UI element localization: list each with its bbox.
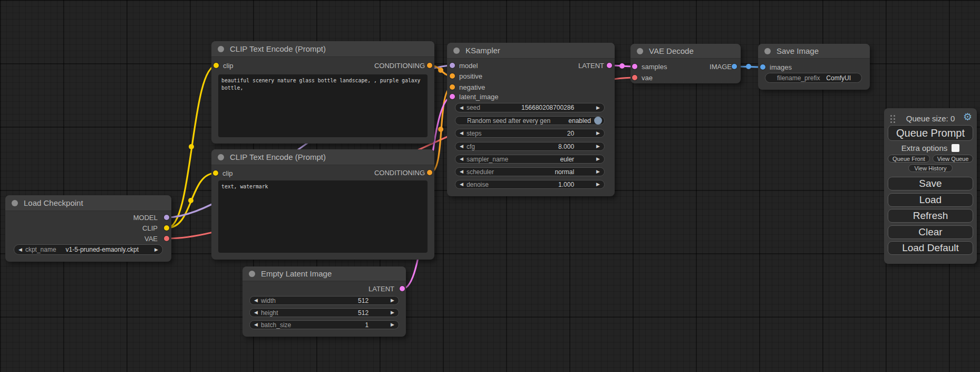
node-empty-latent-image[interactable]: Empty Latent Image LATENT ◀ width 512 ▶ … [242,266,406,337]
output-label-conditioning: CONDITIONING [374,169,425,177]
output-port-model[interactable] [164,215,169,220]
collapse-dot-icon[interactable] [218,154,224,160]
input-port-latent-image[interactable] [450,94,455,99]
prev-value-arrow-icon[interactable]: ◀ [254,298,258,303]
output-label-vae: VAE [144,235,158,243]
clear-button[interactable]: Clear [888,225,973,239]
output-port-latent[interactable] [607,63,612,68]
widget-scheduler[interactable]: ◀ scheduler normal ▶ [455,167,605,176]
input-port-clip[interactable] [213,170,218,176]
output-label-model: MODEL [133,214,158,222]
output-label-clip: CLIP [142,224,158,232]
next-value-arrow-icon[interactable]: ▶ [596,182,600,187]
next-value-arrow-icon[interactable]: ▶ [596,157,600,161]
node-clip-text-encode-positive[interactable]: CLIP Text Encode (Prompt) clip CONDITION… [211,41,434,144]
prev-value-arrow-icon[interactable]: ◀ [254,322,258,327]
widget-sampler-name[interactable]: ◀ sampler_name euler ▶ [455,155,605,164]
widget-width[interactable]: ◀ width 512 ▶ [249,296,399,305]
prev-value-arrow-icon[interactable]: ◀ [460,144,463,149]
view-history-button[interactable]: View History [908,164,953,172]
input-port-samples[interactable] [632,64,637,69]
collapse-dot-icon[interactable] [637,48,643,54]
graph-canvas[interactable]: Load Checkpoint MODEL CLIP VAE ◀ ckpt_na… [0,0,980,372]
prev-value-arrow-icon[interactable]: ◀ [18,247,22,252]
next-value-arrow-icon[interactable]: ▶ [596,169,600,174]
node-title-bar[interactable]: Save Image [758,44,870,59]
widget-filename-prefix[interactable]: filename_prefix ComfyUI [765,73,862,83]
collapse-dot-icon[interactable] [764,48,771,54]
input-port-model[interactable] [450,63,455,68]
input-port-clip[interactable] [214,63,219,68]
load-button[interactable]: Load [888,193,973,207]
next-value-arrow-icon[interactable]: ▶ [596,131,600,136]
input-label-samples: samples [642,63,667,71]
output-port-latent[interactable] [400,286,405,291]
output-port-conditioning[interactable] [427,63,432,68]
input-label-clip: clip [223,62,234,70]
next-value-arrow-icon[interactable]: ▶ [391,322,394,327]
settings-gear-icon[interactable]: ⚙ [963,112,972,122]
wire-midpoint-dot [189,144,194,149]
widget-height[interactable]: ◀ height 512 ▶ [249,308,399,317]
collapse-dot-icon[interactable] [249,271,255,277]
collapse-dot-icon[interactable] [218,46,224,52]
node-title-bar[interactable]: CLIP Text Encode (Prompt) [211,149,434,165]
view-queue-button[interactable]: View Queue [933,155,973,163]
widget-cfg[interactable]: ◀ cfg 8.000 ▶ [455,142,605,151]
load-default-button[interactable]: Load Default [888,241,973,255]
node-title-bar[interactable]: Empty Latent Image [242,266,406,281]
output-port-vae[interactable] [164,236,169,241]
toggle-enabled-icon[interactable] [594,117,602,125]
input-port-vae[interactable] [632,75,637,80]
widget-denoise[interactable]: ◀ denoise 1.000 ▶ [455,180,605,189]
extra-options-checkbox[interactable] [952,144,959,152]
node-title-bar[interactable]: CLIP Text Encode (Prompt) [211,41,434,57]
next-value-arrow-icon[interactable]: ▶ [391,298,394,303]
prompt-textarea[interactable]: text, watermark [218,180,428,253]
widget-steps[interactable]: ◀ steps 20 ▶ [455,129,605,138]
prev-value-arrow-icon[interactable]: ◀ [254,310,258,315]
input-label-positive: positive [459,72,482,80]
wire-midpoint-dot [188,198,193,203]
node-title-bar[interactable]: KSampler [447,43,615,59]
node-ksampler[interactable]: KSampler model positive negative latent_… [447,43,615,196]
queue-front-button[interactable]: Queue Front [888,155,930,163]
node-vae-decode[interactable]: VAE Decode samples vae IMAGE [630,44,741,83]
node-title-bar[interactable]: VAE Decode [630,44,741,59]
widget-random-seed-toggle[interactable]: Random seed after every gen enabled [455,116,605,125]
queue-prompt-button[interactable]: Queue Prompt [888,125,973,141]
widget-seed[interactable]: ◀ seed 156680208700286 ▶ [455,103,605,112]
input-label-model: model [459,62,478,70]
collapse-dot-icon[interactable] [453,47,460,54]
node-clip-text-encode-negative[interactable]: CLIP Text Encode (Prompt) clip CONDITION… [211,149,434,260]
node-save-image[interactable]: Save Image images filename_prefix ComfyU… [758,44,870,90]
widget-value: 8.000 [558,143,574,150]
prev-value-arrow-icon[interactable]: ◀ [460,106,463,110]
save-button[interactable]: Save [888,177,973,190]
prev-value-arrow-icon[interactable]: ◀ [460,157,463,161]
prompt-textarea[interactable]: beautiful scenery nature glass bottle la… [218,74,428,137]
next-value-arrow-icon[interactable]: ▶ [391,310,394,315]
next-value-arrow-icon[interactable]: ▶ [596,144,600,149]
prev-value-arrow-icon[interactable]: ◀ [460,182,463,187]
refresh-button[interactable]: Refresh [888,209,973,223]
widget-batch-size[interactable]: ◀ batch_size 1 ▶ [249,320,399,329]
widget-label: filename_prefix [777,74,820,82]
input-port-positive[interactable] [450,73,455,79]
next-value-arrow-icon[interactable]: ▶ [154,247,158,252]
output-port-image[interactable] [732,64,737,69]
collapse-dot-icon[interactable] [12,200,18,206]
prev-value-arrow-icon[interactable]: ◀ [460,131,463,136]
node-load-checkpoint[interactable]: Load Checkpoint MODEL CLIP VAE ◀ ckpt_na… [5,195,171,262]
input-label-clip: clip [222,169,233,177]
next-value-arrow-icon[interactable]: ▶ [596,106,600,110]
input-port-images[interactable] [760,64,765,70]
node-title-bar[interactable]: Load Checkpoint [5,195,171,211]
widget-ckpt-name[interactable]: ◀ ckpt_name v1-5-pruned-emaonly.ckpt ▶ [14,244,163,255]
widget-label: steps [467,130,482,137]
widget-value: 512 [358,309,368,317]
output-port-conditioning[interactable] [427,170,432,175]
output-port-clip[interactable] [164,225,169,231]
prev-value-arrow-icon[interactable]: ◀ [460,169,463,174]
input-port-negative[interactable] [450,84,455,90]
